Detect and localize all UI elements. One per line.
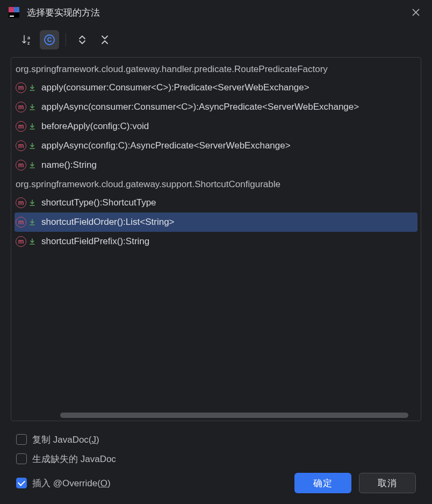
- svg-rect-2: [14, 7, 19, 12]
- dialog-title: 选择要实现的方法: [27, 6, 401, 19]
- method-icon: m: [16, 160, 26, 171]
- method-row[interactable]: mshortcutFieldPrefix():String: [11, 232, 421, 251]
- implementing-icon: [28, 103, 36, 111]
- method-row[interactable]: mapply(consumer:Consumer<C>):Predicate<S…: [11, 78, 421, 97]
- method-icon: m: [16, 140, 26, 151]
- implementing-icon: [28, 84, 36, 91]
- svg-text:a: a: [27, 35, 31, 40]
- method-signature: applyAsync(consumer:Consumer<C>):AsyncPr…: [39, 102, 359, 112]
- expand-all-icon: [77, 34, 88, 45]
- copy-javadoc-label: 复制 JavaDoc(J): [32, 434, 99, 446]
- method-icon: m: [16, 121, 26, 132]
- method-signature: applyAsync(config:C):AsyncPredicate<Serv…: [39, 140, 291, 151]
- ok-button[interactable]: 确定: [294, 473, 351, 493]
- class-group-header: org.springframework.cloud.gateway.suppor…: [11, 175, 421, 193]
- method-row[interactable]: mapplyAsync(consumer:Consumer<C>):AsyncP…: [11, 97, 421, 117]
- method-signature: name():String: [39, 160, 97, 171]
- sort-az-button[interactable]: a z: [17, 30, 37, 49]
- insert-override-checkbox[interactable]: [16, 478, 27, 488]
- implementing-icon: [28, 238, 36, 245]
- toolbar: a z C: [0, 25, 432, 55]
- method-row[interactable]: mapplyAsync(config:C):AsyncPredicate<Ser…: [11, 136, 421, 155]
- method-signature: shortcutFieldOrder():List<String>: [39, 217, 175, 228]
- method-icon: m: [16, 82, 26, 93]
- method-row[interactable]: mname():String: [11, 155, 421, 175]
- method-signature: apply(consumer:Consumer<C>):Predicate<Se…: [39, 82, 309, 93]
- insert-override-row: 插入 @Override(O): [16, 477, 111, 489]
- sort-az-icon: a z: [21, 34, 33, 46]
- insert-override-label: 插入 @Override(O): [32, 477, 111, 489]
- svg-text:C: C: [47, 36, 52, 44]
- method-row[interactable]: mshortcutType():ShortcutType: [11, 193, 421, 212]
- copy-javadoc-checkbox[interactable]: [16, 434, 27, 445]
- class-group-header: org.springframework.cloud.gateway.handle…: [11, 60, 421, 78]
- gen-missing-javadoc-label: 生成缺失的 JavaDoc: [32, 453, 116, 465]
- footer: 复制 JavaDoc(J) 生成缺失的 JavaDoc 插入 @Override…: [0, 425, 432, 504]
- collapse-all-button[interactable]: [95, 30, 114, 49]
- method-signature: shortcutFieldPrefix():String: [39, 236, 149, 247]
- implementing-icon: [28, 218, 36, 226]
- toolbar-separator: [66, 33, 66, 46]
- intellij-app-icon: [8, 6, 20, 19]
- gen-missing-javadoc-row: 生成缺失的 JavaDoc: [16, 449, 416, 468]
- method-icon: m: [16, 197, 26, 208]
- method-icon: m: [16, 217, 26, 228]
- method-row[interactable]: mbeforeApply(config:C):void: [11, 117, 421, 136]
- horizontal-scrollbar[interactable]: [11, 411, 421, 419]
- collapse-all-icon: [99, 34, 110, 45]
- close-button[interactable]: [407, 4, 424, 21]
- class-filter-button[interactable]: C: [40, 30, 59, 49]
- gen-missing-javadoc-checkbox[interactable]: [16, 453, 27, 464]
- svg-rect-3: [10, 16, 14, 17]
- method-icon: m: [16, 102, 26, 112]
- svg-rect-1: [9, 7, 14, 12]
- class-filter-c-icon: C: [44, 34, 55, 46]
- svg-text:z: z: [27, 40, 30, 46]
- implementing-icon: [28, 142, 36, 150]
- scrollbar-thumb[interactable]: [60, 413, 408, 418]
- implementing-icon: [28, 199, 36, 207]
- methods-list[interactable]: org.springframework.cloud.gateway.handle…: [11, 58, 421, 411]
- close-icon: [412, 8, 420, 17]
- cancel-button[interactable]: 取消: [359, 473, 416, 493]
- expand-all-button[interactable]: [73, 30, 92, 49]
- implementing-icon: [28, 161, 36, 169]
- implementing-icon: [28, 123, 36, 130]
- copy-javadoc-row: 复制 JavaDoc(J): [16, 430, 416, 449]
- method-signature: beforeApply(config:C):void: [39, 121, 149, 132]
- methods-list-panel: org.springframework.cloud.gateway.handle…: [11, 57, 421, 421]
- method-icon: m: [16, 236, 26, 247]
- method-row[interactable]: mshortcutFieldOrder():List<String>: [15, 212, 417, 232]
- method-signature: shortcutType():ShortcutType: [39, 197, 156, 208]
- titlebar: 选择要实现的方法: [0, 0, 432, 25]
